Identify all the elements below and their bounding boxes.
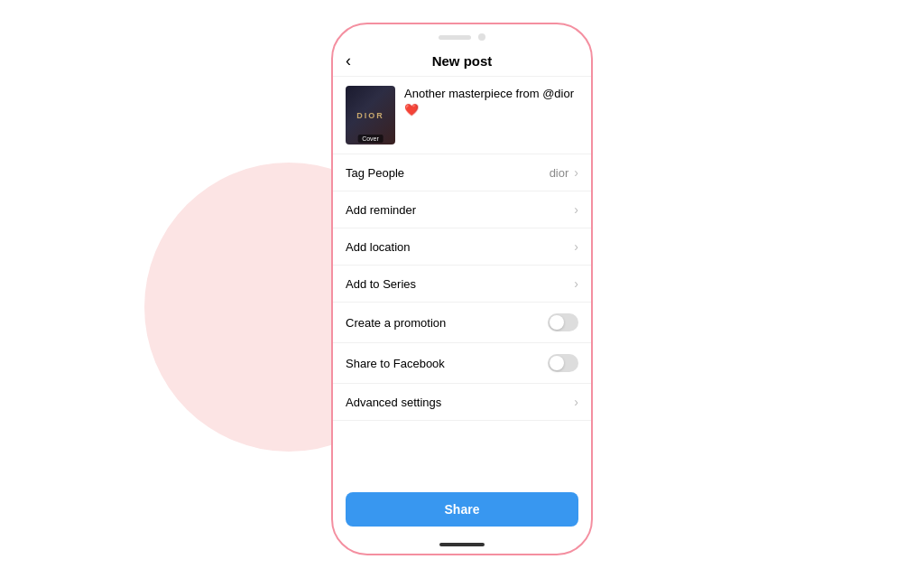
chevron-icon: › (574, 165, 578, 180)
promotion-label: Create a promotion (346, 316, 446, 330)
phone-notch (333, 24, 591, 46)
notch-pill (439, 35, 471, 40)
post-preview: DIOR Cover Another masterpiece from @dio… (333, 77, 591, 154)
cover-label: Cover (357, 135, 383, 143)
promotion-toggle[interactable] (548, 313, 578, 331)
page-container: ‹ New post DIOR Cover Another masterpiec… (0, 0, 924, 578)
menu-item-share-facebook[interactable]: Share to Facebook (333, 343, 591, 384)
share-button[interactable]: Share (346, 492, 578, 527)
screen: ‹ New post DIOR Cover Another masterpiec… (333, 46, 591, 537)
menu-item-add-series[interactable]: Add to Series › (333, 266, 591, 303)
share-facebook-label: Share to Facebook (346, 357, 445, 370)
back-button[interactable]: ‹ (346, 51, 351, 70)
menu-item-advanced[interactable]: Advanced settings › (333, 384, 591, 421)
advanced-label: Advanced settings (346, 396, 441, 409)
toggle-knob (550, 356, 564, 370)
add-location-right: › (572, 239, 578, 254)
phone-frame: ‹ New post DIOR Cover Another masterpiec… (331, 23, 593, 555)
home-indicator (333, 537, 591, 554)
home-bar (439, 543, 485, 546)
toggle-knob (550, 315, 564, 330)
notch-camera (478, 33, 485, 41)
add-series-label: Add to Series (346, 277, 416, 291)
post-thumbnail: DIOR Cover (346, 86, 395, 144)
add-series-right: › (572, 276, 578, 291)
menu-list: Tag People dior › Add reminder › Add loc… (333, 154, 591, 483)
add-reminder-label: Add reminder (346, 203, 416, 217)
header: ‹ New post (333, 46, 591, 77)
chevron-icon: › (574, 395, 578, 409)
chevron-icon: › (574, 276, 578, 291)
advanced-right: › (572, 395, 578, 409)
facebook-toggle[interactable] (548, 354, 578, 372)
chevron-icon: › (574, 239, 578, 254)
menu-item-promotion[interactable]: Create a promotion (333, 303, 591, 343)
tag-people-value: dior (550, 166, 569, 180)
chevron-icon: › (574, 202, 578, 217)
menu-item-add-reminder[interactable]: Add reminder › (333, 191, 591, 228)
tag-people-label: Tag People (346, 166, 404, 180)
add-reminder-right: › (572, 202, 578, 217)
dior-logo: DIOR (356, 111, 384, 120)
page-title: New post (432, 53, 493, 69)
share-section: Share (333, 483, 591, 537)
menu-item-add-location[interactable]: Add location › (333, 228, 591, 266)
menu-item-tag-people[interactable]: Tag People dior › (333, 154, 591, 191)
post-caption: Another masterpiece from @dior ❤️ (404, 86, 578, 118)
tag-people-right: dior › (550, 165, 578, 180)
add-location-label: Add location (346, 240, 411, 254)
